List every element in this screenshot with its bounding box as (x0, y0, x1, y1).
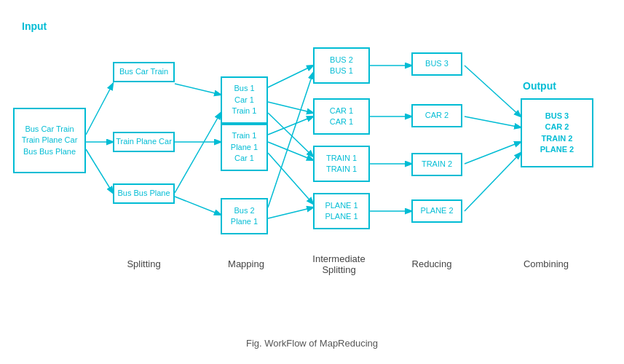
reduce-box-2: CAR 2 (411, 104, 462, 127)
svg-line-21 (465, 142, 521, 164)
split-box-3: Bus Bus Plane (113, 183, 175, 204)
svg-line-0 (86, 84, 113, 135)
svg-line-3 (175, 84, 221, 95)
intermediate-splitting-label: IntermediateSplitting (301, 253, 377, 275)
map-box-1: Bus 1Car 1Train 1 (221, 76, 268, 124)
svg-line-11 (268, 142, 313, 160)
svg-line-9 (268, 113, 313, 157)
figure-caption: Fig. WorkFlow of MapReducing (0, 338, 624, 349)
svg-line-7 (268, 66, 313, 87)
splitting-label: Splitting (113, 258, 175, 269)
reduce-box-3: TRAIN 2 (411, 153, 462, 176)
diagram: Input Bus Car TrainTrain Plane CarBus Bu… (0, 0, 624, 335)
reducing-label: Reducing (403, 258, 461, 269)
svg-line-13 (268, 73, 313, 207)
combining-label: Combining (513, 258, 579, 269)
svg-line-19 (465, 66, 521, 116)
input-label: Input (22, 20, 47, 32)
svg-line-2 (86, 149, 113, 193)
svg-line-8 (268, 102, 313, 113)
inter-box-3: TRAIN 1TRAIN 1 (313, 146, 370, 182)
inter-box-4: PLANE 1PLANE 1 (313, 193, 370, 229)
split-box-1: Bus Car Train (113, 62, 175, 82)
input-box: Bus Car TrainTrain Plane CarBus Bus Plan… (13, 108, 86, 173)
map-box-2: Train 1Plane 1Car 1 (221, 124, 268, 171)
output-label: Output (523, 80, 556, 92)
svg-line-5 (175, 113, 221, 193)
svg-line-6 (175, 197, 221, 215)
svg-line-20 (465, 116, 521, 127)
svg-line-10 (268, 116, 313, 135)
svg-line-12 (268, 153, 313, 204)
split-box-2: Train Plane Car (113, 132, 175, 152)
map-box-3: Bus 2Plane 1 (221, 198, 268, 234)
mapping-label: Mapping (217, 258, 275, 269)
inter-box-2: CAR 1CAR 1 (313, 98, 370, 135)
svg-line-14 (268, 207, 313, 218)
reduce-box-1: BUS 3 (411, 52, 462, 76)
reduce-box-4: PLANE 2 (411, 199, 462, 223)
input-content: Bus Car TrainTrain Plane CarBus Bus Plan… (22, 124, 78, 157)
output-box: BUS 3CAR 2TRAIN 2PLANE 2 (521, 98, 593, 167)
svg-line-22 (465, 153, 521, 211)
inter-box-1: BUS 2BUS 1 (313, 47, 370, 84)
